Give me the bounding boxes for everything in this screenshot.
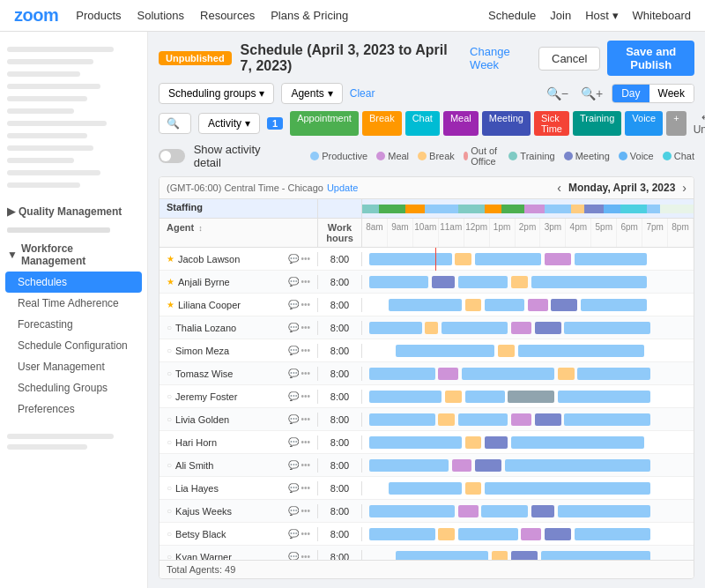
- more-icon[interactable]: •••: [301, 437, 310, 447]
- activity-detail-toggle[interactable]: [159, 149, 185, 163]
- timeline-cell: [362, 546, 694, 561]
- total-agents-label: Total Agents: 49: [167, 564, 235, 575]
- chat-icon[interactable]: 💬: [288, 414, 299, 424]
- sidebar-item-schedule-config[interactable]: Schedule Configuration: [0, 335, 147, 356]
- chat-icon[interactable]: 💬: [288, 437, 299, 447]
- chat-icon[interactable]: 💬: [288, 483, 299, 493]
- hours-col-header: Work hours: [318, 219, 362, 247]
- sidebar-quality-management[interactable]: ▶ Quality Management: [0, 201, 147, 222]
- circle-icon: ○: [167, 346, 172, 355]
- sidebar-item-forecasting[interactable]: Forecasting: [0, 314, 147, 335]
- more-icon[interactable]: •••: [301, 483, 310, 493]
- activity-detail-label: Show activity detail: [194, 143, 285, 169]
- bar-meeting: [531, 505, 554, 517]
- nav-whiteboard[interactable]: Whiteboard: [633, 9, 691, 22]
- more-icon[interactable]: •••: [301, 323, 310, 332]
- circle-icon: ○: [167, 414, 172, 424]
- chip-chat[interactable]: Chat: [405, 111, 440, 136]
- sidebar-item-realtime[interactable]: Real Time Adherence: [0, 293, 147, 314]
- scheduling-groups-dropdown[interactable]: Scheduling groups ▾: [159, 83, 274, 104]
- bar-productive2: [442, 322, 508, 334]
- more-icon[interactable]: •••: [301, 529, 310, 539]
- nav-plans[interactable]: Plans & Pricing: [271, 9, 348, 22]
- undo-button[interactable]: ↩ Undo: [694, 111, 705, 136]
- zoom-out-button[interactable]: 🔍−: [543, 85, 572, 102]
- nav-join[interactable]: Join: [550, 9, 571, 22]
- week-toggle[interactable]: Week: [649, 85, 694, 102]
- sidebar-item-schedules[interactable]: Schedules: [5, 272, 142, 293]
- table-row: ○ Kyan Warner 💬 ••• 8:00: [160, 546, 694, 560]
- more-icon[interactable]: •••: [301, 254, 310, 264]
- chat-icon[interactable]: 💬: [288, 506, 299, 516]
- nav-solutions[interactable]: Solutions: [137, 9, 184, 22]
- chip-training[interactable]: Training: [573, 111, 621, 136]
- prev-date-button[interactable]: ‹: [557, 181, 561, 195]
- change-week-link[interactable]: Change Week: [470, 45, 530, 71]
- time-1pm: 1pm: [490, 219, 516, 247]
- zoom-in-button[interactable]: 🔍+: [577, 85, 606, 102]
- chip-voice[interactable]: Voice: [625, 111, 663, 136]
- sidebar-item-user-management[interactable]: User Management: [0, 356, 147, 377]
- next-date-button[interactable]: ›: [682, 181, 686, 195]
- chat-icon[interactable]: 💬: [288, 300, 299, 309]
- more-icon[interactable]: •••: [301, 368, 310, 378]
- hours-cell: 8:00: [318, 550, 362, 561]
- day-toggle[interactable]: Day: [612, 85, 649, 102]
- quality-management-header[interactable]: ▶ Quality Management: [0, 201, 147, 222]
- bar-productive2: [475, 253, 541, 265]
- bar-meeting: [511, 551, 538, 561]
- more-icon[interactable]: •••: [301, 277, 310, 287]
- more-icon[interactable]: •••: [301, 300, 310, 309]
- nav-schedule[interactable]: Schedule: [488, 9, 536, 22]
- workforce-management-header[interactable]: ▼ Workforce Management: [0, 238, 147, 272]
- more-icon[interactable]: •••: [301, 414, 310, 424]
- chat-icon[interactable]: 💬: [288, 529, 299, 539]
- agent-cell-ali: ○ Ali Smith 💬 •••: [160, 458, 318, 473]
- sidebar-item-scheduling-groups[interactable]: Scheduling Groups: [0, 377, 147, 398]
- sidebar-item-preferences[interactable]: Preferences: [0, 398, 147, 420]
- chip-appointment[interactable]: Appointment: [290, 111, 359, 136]
- bar-meal: [511, 413, 531, 426]
- circle-icon: ○: [167, 506, 172, 516]
- more-icon[interactable]: •••: [301, 346, 310, 355]
- chip-sicktime[interactable]: Sick Time: [534, 111, 569, 136]
- search-box[interactable]: 🔍: [159, 113, 191, 134]
- legend-voice: Voice: [619, 145, 654, 167]
- clear-button[interactable]: Clear: [350, 87, 375, 100]
- cancel-button[interactable]: Cancel: [538, 47, 600, 71]
- more-icon[interactable]: •••: [301, 460, 310, 470]
- chat-icon[interactable]: 💬: [288, 368, 299, 378]
- chip-meeting[interactable]: Meeting: [482, 111, 531, 136]
- chat-icon[interactable]: 💬: [288, 254, 299, 264]
- chat-icon[interactable]: 💬: [288, 552, 299, 560]
- chat-icon[interactable]: 💬: [288, 346, 299, 355]
- time-6pm: 6pm: [617, 219, 642, 247]
- more-icon[interactable]: •••: [301, 391, 310, 401]
- agent-cell-anjali: ★ Anjali Byrne 💬 •••: [160, 275, 318, 289]
- nav-resources[interactable]: Resources: [200, 9, 255, 22]
- chat-icon[interactable]: 💬: [288, 323, 299, 332]
- meal-dot: [376, 152, 385, 160]
- header-actions: Cancel Save and Publish: [538, 41, 694, 76]
- time-11am: 11am: [439, 219, 464, 247]
- activity-dropdown[interactable]: Activity ▾: [198, 113, 260, 134]
- update-link[interactable]: Update: [327, 182, 358, 193]
- nav-products[interactable]: Products: [76, 9, 121, 22]
- chat-icon[interactable]: 💬: [288, 460, 299, 470]
- nav-host[interactable]: Host ▾: [585, 9, 618, 22]
- chat-icon[interactable]: 💬: [288, 277, 299, 287]
- agents-dropdown[interactable]: Agents ▾: [281, 83, 342, 104]
- table-row: ○ Thalia Lozano 💬 ••• 8:00: [160, 316, 694, 339]
- chip-more[interactable]: +: [666, 111, 686, 136]
- chip-break[interactable]: Break: [362, 111, 402, 136]
- agent-cell-tomasz: ○ Tomasz Wise 💬 •••: [160, 367, 318, 381]
- chip-meal[interactable]: Meal: [443, 111, 479, 136]
- save-publish-button[interactable]: Save and Publish: [607, 41, 694, 76]
- bar-meeting: [535, 413, 561, 426]
- chat-icon[interactable]: 💬: [288, 391, 299, 401]
- timeline-cell: [362, 385, 694, 408]
- hours-cell: 8:00: [318, 458, 362, 473]
- more-icon[interactable]: •••: [301, 506, 310, 516]
- more-icon[interactable]: •••: [301, 552, 310, 560]
- chevron-down-icon: ▾: [245, 117, 250, 130]
